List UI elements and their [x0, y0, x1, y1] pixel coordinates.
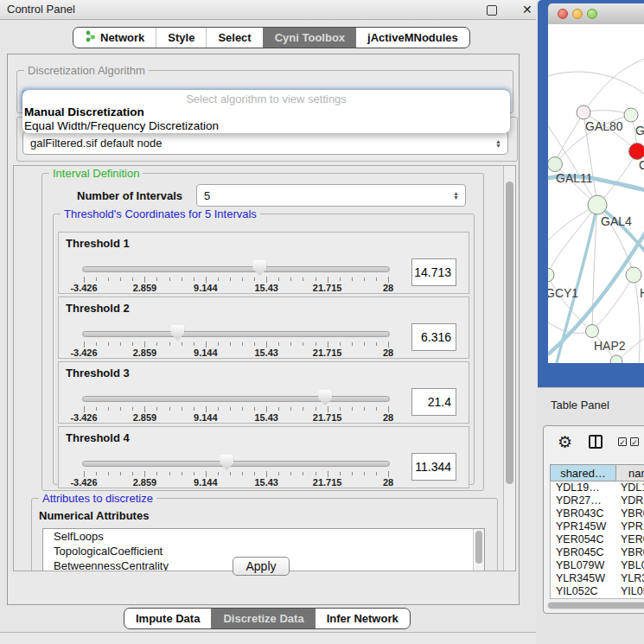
column-header-name[interactable]: name — [616, 464, 644, 481]
network-edge-highlighted[interactable] — [597, 205, 644, 258]
network-edge[interactable] — [597, 151, 637, 205]
cell-shared-name[interactable]: YER054C — [551, 533, 616, 546]
checkbox-icon[interactable]: ✓ — [618, 437, 627, 446]
tick-mark — [388, 471, 389, 477]
tick-mark — [169, 472, 170, 475]
slider-thumb[interactable] — [170, 325, 184, 341]
cell-shared-name[interactable]: YBR043C — [551, 507, 616, 520]
threshold-value-field[interactable]: 11.344 — [411, 453, 456, 481]
cell-name[interactable]: YDL19 — [616, 481, 644, 494]
network-node[interactable] — [629, 143, 644, 160]
network-edge[interactable] — [548, 275, 592, 331]
checkbox-icon[interactable]: ✓ — [630, 437, 639, 446]
slider-thumb[interactable] — [220, 455, 233, 470]
table-row[interactable]: YBL079WYBL079W — [551, 559, 644, 572]
network-node[interactable] — [610, 355, 622, 363]
cell-shared-name[interactable]: YBL079W — [551, 559, 616, 572]
tick-mark — [156, 472, 157, 475]
slider-thumb[interactable] — [318, 390, 332, 405]
table-row[interactable]: YDR27…YDR27 — [551, 494, 644, 507]
cell-shared-name[interactable]: YIL052C — [551, 585, 616, 598]
cell-name[interactable]: YLR345W — [616, 572, 644, 585]
table-row[interactable]: YIL052CYIL052C — [551, 585, 644, 598]
threshold-value-field[interactable]: 6.316 — [411, 323, 456, 351]
cell-shared-name[interactable]: YDR27… — [551, 494, 616, 507]
tab-network[interactable]: Network — [73, 28, 156, 48]
table-horizontal-scrollbar-thumb[interactable] — [548, 603, 644, 609]
settings-scrollbar[interactable] — [503, 166, 515, 571]
table-row[interactable]: YBR043CYBR043C — [551, 507, 644, 520]
tick-mark — [290, 277, 291, 281]
table-row[interactable]: YDL19…YDL19 — [551, 481, 644, 494]
cell-name[interactable]: YBR045C — [616, 546, 644, 559]
table-row[interactable]: YBR045CYBR045C — [551, 546, 644, 559]
tab-infer-network[interactable]: Infer Network — [316, 609, 410, 628]
network-node[interactable] — [588, 195, 607, 214]
table-row[interactable]: YER054CYER054C — [551, 533, 644, 546]
network-edge[interactable] — [555, 112, 583, 164]
slider-track[interactable] — [82, 331, 390, 337]
table-horizontal-scrollbar[interactable] — [547, 602, 644, 609]
attributes-list-scrollbar[interactable] — [473, 529, 484, 571]
cell-shared-name[interactable]: YPR145W — [551, 520, 616, 533]
tick-mark — [120, 277, 121, 281]
tab-jactivemnodules[interactable]: jActiveMNodules — [356, 28, 469, 48]
table-row[interactable]: YPR145WYPR145W — [551, 520, 644, 533]
network-node[interactable] — [586, 325, 599, 338]
algorithm-dropdown-prompt: Select algorithm to view settings — [22, 90, 510, 105]
dropdown-option[interactable]: Equal Width/Frequency Discretization — [22, 119, 510, 133]
tab-label: Network — [100, 31, 144, 44]
cell-name[interactable]: YIL052C — [616, 585, 644, 598]
network-node[interactable] — [577, 105, 590, 119]
minimize-traffic-light-icon[interactable] — [572, 9, 583, 19]
float-window-icon[interactable] — [487, 5, 497, 16]
table-data-combobox[interactable]: galFiltered.sif default node ▲▼ — [22, 131, 508, 155]
network-node[interactable] — [548, 268, 554, 282]
close-icon[interactable]: ✕ — [522, 2, 532, 17]
close-traffic-light-icon[interactable] — [558, 9, 568, 19]
slider-thumb[interactable] — [252, 260, 266, 276]
tab-style[interactable]: Style — [156, 28, 206, 48]
column-header-shared-name[interactable]: shared… — [550, 464, 616, 481]
tick-mark — [144, 341, 145, 348]
cell-shared-name[interactable]: YLR345W — [551, 572, 616, 585]
cell-name[interactable]: YPR145W — [616, 520, 644, 533]
threshold-value-field[interactable]: 14.713 — [411, 258, 456, 286]
columns-icon[interactable] — [589, 435, 603, 449]
tab-impute-data[interactable]: Impute Data — [124, 609, 211, 628]
cell-name[interactable]: YER054C — [616, 533, 644, 546]
network-edge[interactable] — [548, 72, 644, 99]
threshold-value-field[interactable]: 21.4 — [411, 388, 456, 416]
tab-select[interactable]: Select — [206, 28, 262, 48]
attributes-list-scrollbar-thumb[interactable] — [475, 531, 482, 564]
tick-label: 21.715 — [313, 412, 342, 423]
cell-name[interactable]: YDR27 — [616, 494, 644, 507]
table-row[interactable]: YLR345WYLR345W — [551, 572, 644, 585]
network-node[interactable] — [548, 157, 563, 172]
gear-icon[interactable]: ⚙ — [558, 431, 572, 454]
slider-track[interactable] — [82, 266, 390, 272]
tab-cyni-toolbox[interactable]: Cyni Toolbox — [263, 28, 356, 48]
zoom-traffic-light-icon[interactable] — [587, 9, 597, 19]
network-node[interactable] — [624, 108, 638, 122]
tick-mark — [206, 406, 207, 412]
attribute-list-item[interactable]: SelfLoops — [43, 529, 484, 544]
apply-button[interactable]: Apply — [233, 557, 290, 576]
dropdown-option[interactable]: Manual Discretization — [22, 105, 510, 119]
tick-label: -3.426 — [70, 283, 97, 293]
cell-shared-name[interactable]: YBR045C — [551, 546, 616, 559]
tick-mark — [96, 277, 97, 281]
network-node[interactable] — [626, 267, 641, 283]
slider-track[interactable] — [82, 396, 390, 402]
number-of-intervals-combobox[interactable]: 5 ▲▼ — [196, 184, 466, 207]
node-table-rows: YDL19…YDL19YDR27…YDR27YBR043CYBR043CYPR1… — [550, 481, 644, 599]
cell-shared-name[interactable]: YDL19… — [551, 481, 616, 494]
settings-scrollbar-thumb[interactable] — [506, 182, 513, 484]
cell-name[interactable]: YBR043C — [616, 507, 644, 520]
network-edge[interactable] — [583, 57, 644, 112]
slider-track[interactable] — [82, 461, 390, 467]
tick-mark — [182, 342, 182, 346]
network-canvas[interactable]: GAL80GALCGAL11GAL4GCY1HHAP2 — [548, 24, 644, 363]
cell-name[interactable]: YBL079W — [616, 559, 644, 572]
tab-discretize-data[interactable]: Discretize Data — [211, 609, 315, 628]
